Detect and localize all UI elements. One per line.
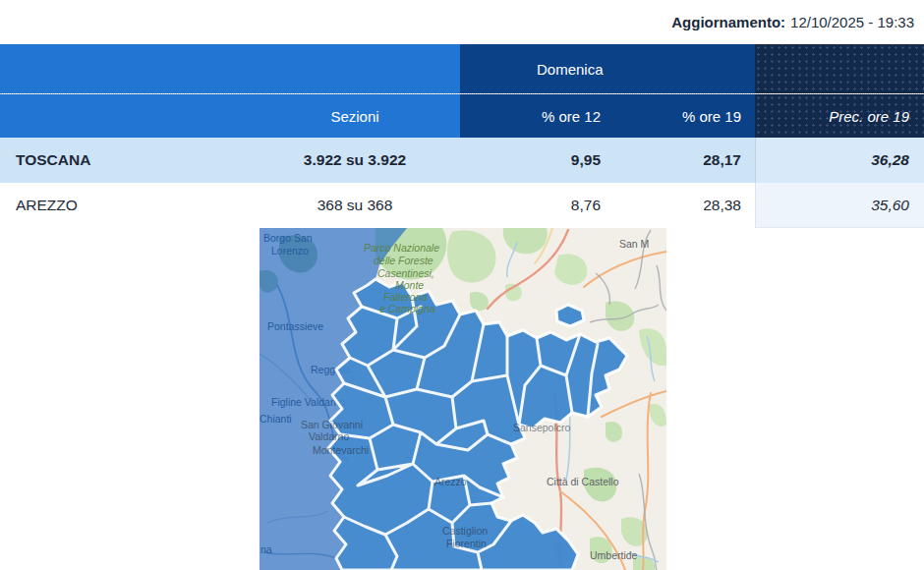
col-header-ore12: % ore 12 (460, 94, 614, 138)
map-town-label: Monte (395, 279, 424, 291)
map-town-label: Valdarno (309, 430, 349, 442)
row-sezioni: 368 su 368 (250, 183, 460, 228)
row-sezioni: 3.922 su 3.922 (250, 138, 460, 183)
day-header-label: Domenica (537, 61, 604, 78)
map-town-label: Arezzo (434, 476, 467, 487)
day-header-cell: Domenica (460, 44, 755, 93)
update-bar: Aggiornamento: 12/10/2025 - 19:33 (0, 0, 924, 44)
map-town-label: Sansepolcro (513, 422, 571, 433)
map-town-label: Castiglion (442, 525, 488, 537)
update-value: 12/10/2025 - 19:33 (790, 14, 914, 30)
col-header-sezioni: Sezioni (250, 94, 460, 138)
row-name: TOSCANA (0, 138, 250, 183)
map-town-label: delle Foreste (374, 255, 433, 266)
affluenza-page: Aggiornamento: 12/10/2025 - 19:33 Domeni… (0, 0, 924, 570)
header-spacer-left (0, 44, 460, 93)
table-header-day-row: Domenica (0, 44, 924, 93)
map-town-label: e Campigna (379, 303, 435, 314)
map-town-label: Fiorentin (446, 538, 487, 549)
row-ore12: 9,95 (460, 138, 614, 183)
col-header-ore19: % ore 19 (614, 94, 755, 138)
update-label: Aggiornamento: (671, 14, 785, 30)
col-header-name-empty (0, 94, 250, 138)
map-town-label: Città di Castello (547, 476, 619, 487)
row-ore19: 28,17 (614, 138, 755, 183)
map-town-label: San M (619, 238, 649, 250)
map-town-label: San Giovanni (301, 419, 363, 430)
row-name: AREZZO (0, 183, 250, 228)
row-prec: 36,28 (755, 138, 924, 183)
map[interactable]: Borgo SanLorenzoPontassieveReggelloFigli… (260, 228, 666, 570)
row-ore19: 28,38 (614, 183, 755, 228)
map-town-label: Parco Nazionale (364, 242, 439, 254)
map-town-label: Montevarchi (313, 444, 369, 456)
col-header-prec: Prec. ore 19 (755, 94, 924, 138)
row-ore12: 8,76 (460, 183, 614, 228)
results-table: Domenica Sezioni % ore 12 % ore 19 Prec.… (0, 44, 924, 228)
table-row-arezzo[interactable]: AREZZO 368 su 368 8,76 28,38 35,60 (0, 183, 924, 228)
map-town-label: Umbertide (590, 549, 638, 561)
map-town-label: Casentinesi, (377, 267, 434, 279)
header-spacer-prec (755, 44, 924, 93)
map-town-label: Falterona (383, 291, 428, 303)
table-row-toscana[interactable]: TOSCANA 3.922 su 3.922 9,95 28,17 36,28 (0, 138, 924, 183)
table-header-columns-row: Sezioni % ore 12 % ore 19 Prec. ore 19 (0, 93, 924, 138)
row-prec: 35,60 (755, 183, 924, 228)
